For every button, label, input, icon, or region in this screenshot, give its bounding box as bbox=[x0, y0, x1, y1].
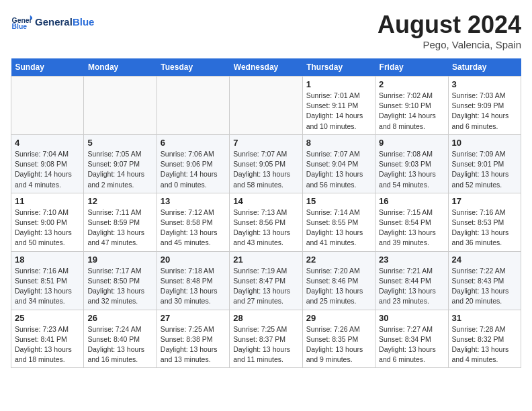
day-info: Sunrise: 7:27 AM Sunset: 8:34 PM Dayligh… bbox=[379, 324, 444, 365]
day-number: 21 bbox=[233, 255, 298, 265]
calendar-cell: 22Sunrise: 7:20 AM Sunset: 8:46 PM Dayli… bbox=[302, 251, 375, 310]
weekday-wednesday: Wednesday bbox=[230, 58, 302, 77]
day-number: 8 bbox=[306, 138, 371, 148]
day-number: 26 bbox=[87, 313, 152, 323]
month-year-title: August 2024 bbox=[378, 11, 521, 39]
calendar-cell: 4Sunrise: 7:04 AM Sunset: 9:08 PM Daylig… bbox=[11, 134, 84, 193]
logo: General Blue GeneralBlue bbox=[11, 11, 94, 32]
day-number: 30 bbox=[379, 313, 444, 323]
calendar-cell: 16Sunrise: 7:15 AM Sunset: 8:54 PM Dayli… bbox=[375, 193, 448, 251]
calendar-cell: 28Sunrise: 7:25 AM Sunset: 8:37 PM Dayli… bbox=[230, 310, 302, 368]
calendar-cell: 8Sunrise: 7:07 AM Sunset: 9:04 PM Daylig… bbox=[302, 134, 375, 193]
day-number: 23 bbox=[379, 255, 444, 265]
day-number: 16 bbox=[379, 196, 444, 206]
day-number: 17 bbox=[452, 196, 517, 206]
day-info: Sunrise: 7:25 AM Sunset: 8:37 PM Dayligh… bbox=[233, 324, 298, 365]
day-info: Sunrise: 7:01 AM Sunset: 9:11 PM Dayligh… bbox=[306, 91, 371, 132]
svg-text:Blue: Blue bbox=[12, 23, 28, 30]
weekday-header-row: SundayMondayTuesdayWednesdayThursdayFrid… bbox=[11, 58, 521, 77]
week-row-1: 1Sunrise: 7:01 AM Sunset: 9:11 PM Daylig… bbox=[11, 77, 521, 135]
page-header: General Blue GeneralBlue August 2024 Peg… bbox=[11, 11, 521, 50]
calendar-cell: 14Sunrise: 7:13 AM Sunset: 8:56 PM Dayli… bbox=[230, 193, 302, 251]
weekday-friday: Friday bbox=[375, 58, 448, 77]
day-info: Sunrise: 7:19 AM Sunset: 8:47 PM Dayligh… bbox=[233, 266, 298, 307]
day-info: Sunrise: 7:26 AM Sunset: 8:35 PM Dayligh… bbox=[306, 324, 371, 365]
weekday-monday: Monday bbox=[84, 58, 157, 77]
day-number: 9 bbox=[379, 138, 444, 148]
day-info: Sunrise: 7:25 AM Sunset: 8:38 PM Dayligh… bbox=[161, 324, 226, 365]
calendar-table: SundayMondayTuesdayWednesdayThursdayFrid… bbox=[11, 58, 521, 368]
calendar-cell: 21Sunrise: 7:19 AM Sunset: 8:47 PM Dayli… bbox=[230, 251, 302, 310]
calendar-cell: 11Sunrise: 7:10 AM Sunset: 9:00 PM Dayli… bbox=[11, 193, 84, 251]
calendar-body: 1Sunrise: 7:01 AM Sunset: 9:11 PM Daylig… bbox=[11, 77, 521, 368]
svg-marker-2 bbox=[30, 15, 32, 19]
day-info: Sunrise: 7:15 AM Sunset: 8:54 PM Dayligh… bbox=[379, 208, 444, 248]
day-number: 29 bbox=[306, 313, 371, 323]
day-info: Sunrise: 7:24 AM Sunset: 8:40 PM Dayligh… bbox=[87, 324, 152, 365]
calendar-cell: 17Sunrise: 7:16 AM Sunset: 8:53 PM Dayli… bbox=[448, 193, 521, 251]
calendar-cell: 9Sunrise: 7:08 AM Sunset: 9:03 PM Daylig… bbox=[375, 134, 448, 193]
day-number: 27 bbox=[161, 313, 226, 323]
day-number: 15 bbox=[306, 196, 371, 206]
day-info: Sunrise: 7:09 AM Sunset: 9:01 PM Dayligh… bbox=[452, 149, 517, 190]
day-number: 28 bbox=[233, 313, 298, 323]
day-number: 24 bbox=[452, 255, 517, 265]
calendar-cell: 18Sunrise: 7:16 AM Sunset: 8:51 PM Dayli… bbox=[11, 251, 84, 310]
calendar-cell: 27Sunrise: 7:25 AM Sunset: 8:38 PM Dayli… bbox=[157, 310, 229, 368]
day-number: 20 bbox=[161, 255, 226, 265]
day-info: Sunrise: 7:02 AM Sunset: 9:10 PM Dayligh… bbox=[379, 91, 444, 132]
calendar-cell: 29Sunrise: 7:26 AM Sunset: 8:35 PM Dayli… bbox=[302, 310, 375, 368]
day-info: Sunrise: 7:23 AM Sunset: 8:41 PM Dayligh… bbox=[15, 324, 80, 365]
day-info: Sunrise: 7:20 AM Sunset: 8:46 PM Dayligh… bbox=[306, 266, 371, 307]
day-info: Sunrise: 7:14 AM Sunset: 8:55 PM Dayligh… bbox=[306, 208, 371, 248]
calendar-cell: 10Sunrise: 7:09 AM Sunset: 9:01 PM Dayli… bbox=[448, 134, 521, 193]
day-number: 31 bbox=[452, 313, 517, 323]
day-number: 18 bbox=[15, 255, 80, 265]
day-info: Sunrise: 7:12 AM Sunset: 8:58 PM Dayligh… bbox=[161, 208, 226, 248]
day-info: Sunrise: 7:07 AM Sunset: 9:05 PM Dayligh… bbox=[233, 149, 298, 190]
day-info: Sunrise: 7:13 AM Sunset: 8:56 PM Dayligh… bbox=[233, 208, 298, 248]
day-number: 5 bbox=[87, 138, 152, 148]
day-info: Sunrise: 7:08 AM Sunset: 9:03 PM Dayligh… bbox=[379, 149, 444, 190]
day-number: 1 bbox=[306, 79, 371, 89]
day-info: Sunrise: 7:11 AM Sunset: 8:59 PM Dayligh… bbox=[87, 208, 152, 248]
day-info: Sunrise: 7:16 AM Sunset: 8:51 PM Dayligh… bbox=[15, 266, 80, 307]
location-subtitle: Pego, Valencia, Spain bbox=[378, 39, 521, 50]
calendar-cell: 6Sunrise: 7:06 AM Sunset: 9:06 PM Daylig… bbox=[157, 134, 229, 193]
day-info: Sunrise: 7:05 AM Sunset: 9:07 PM Dayligh… bbox=[87, 149, 152, 190]
day-number: 25 bbox=[15, 313, 80, 323]
calendar-cell: 7Sunrise: 7:07 AM Sunset: 9:05 PM Daylig… bbox=[230, 134, 302, 193]
calendar-cell: 25Sunrise: 7:23 AM Sunset: 8:41 PM Dayli… bbox=[11, 310, 84, 368]
logo-text: GeneralBlue bbox=[35, 16, 94, 28]
week-row-5: 25Sunrise: 7:23 AM Sunset: 8:41 PM Dayli… bbox=[11, 310, 521, 368]
day-number: 4 bbox=[15, 138, 80, 148]
day-info: Sunrise: 7:22 AM Sunset: 8:43 PM Dayligh… bbox=[452, 266, 517, 307]
calendar-cell bbox=[84, 77, 157, 135]
day-number: 7 bbox=[233, 138, 298, 148]
day-number: 13 bbox=[161, 196, 226, 206]
calendar-cell: 15Sunrise: 7:14 AM Sunset: 8:55 PM Dayli… bbox=[302, 193, 375, 251]
day-info: Sunrise: 7:03 AM Sunset: 9:09 PM Dayligh… bbox=[452, 91, 517, 132]
day-info: Sunrise: 7:21 AM Sunset: 8:44 PM Dayligh… bbox=[379, 266, 444, 307]
day-info: Sunrise: 7:10 AM Sunset: 9:00 PM Dayligh… bbox=[15, 208, 80, 248]
day-number: 2 bbox=[379, 79, 444, 89]
day-info: Sunrise: 7:18 AM Sunset: 8:48 PM Dayligh… bbox=[161, 266, 226, 307]
day-number: 14 bbox=[233, 196, 298, 206]
calendar-cell: 26Sunrise: 7:24 AM Sunset: 8:40 PM Dayli… bbox=[84, 310, 157, 368]
logo-icon: General Blue bbox=[11, 11, 32, 32]
calendar-cell: 3Sunrise: 7:03 AM Sunset: 9:09 PM Daylig… bbox=[448, 77, 521, 135]
day-number: 6 bbox=[161, 138, 226, 148]
day-number: 22 bbox=[306, 255, 371, 265]
calendar-cell bbox=[230, 77, 302, 135]
calendar-cell: 2Sunrise: 7:02 AM Sunset: 9:10 PM Daylig… bbox=[375, 77, 448, 135]
day-number: 10 bbox=[452, 138, 517, 148]
day-info: Sunrise: 7:04 AM Sunset: 9:08 PM Dayligh… bbox=[15, 149, 80, 190]
day-number: 19 bbox=[87, 255, 152, 265]
calendar-cell: 19Sunrise: 7:17 AM Sunset: 8:50 PM Dayli… bbox=[84, 251, 157, 310]
calendar-cell bbox=[11, 77, 84, 135]
day-number: 12 bbox=[87, 196, 152, 206]
weekday-tuesday: Tuesday bbox=[157, 58, 229, 77]
calendar-cell: 5Sunrise: 7:05 AM Sunset: 9:07 PM Daylig… bbox=[84, 134, 157, 193]
calendar-cell: 12Sunrise: 7:11 AM Sunset: 8:59 PM Dayli… bbox=[84, 193, 157, 251]
calendar-cell: 23Sunrise: 7:21 AM Sunset: 8:44 PM Dayli… bbox=[375, 251, 448, 310]
